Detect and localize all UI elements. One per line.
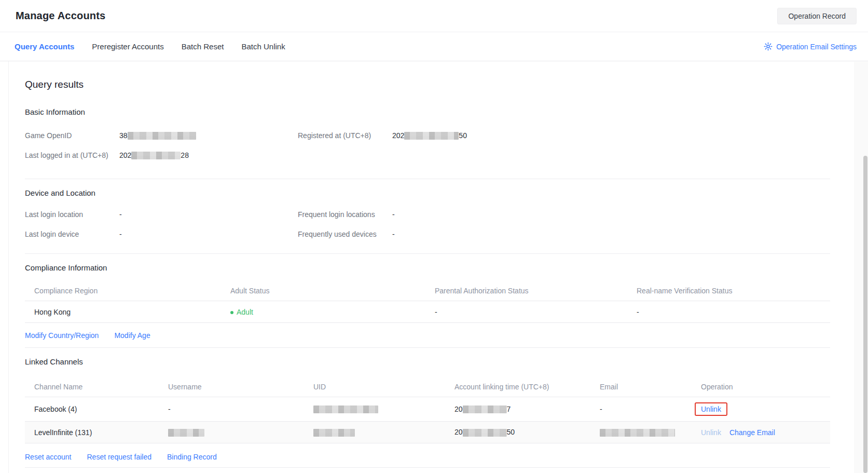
last-logged-in-value: 20228 <box>119 150 189 161</box>
compliance-table-row: Hong Kong Adult - - <box>25 301 830 323</box>
redacted-username <box>168 429 204 437</box>
last-logged-in-prefix: 202 <box>119 150 131 161</box>
device-location-fields: Last login location - Frequent login loc… <box>25 209 830 240</box>
col-real-name-verification-status: Real-name Verification Status <box>637 287 830 295</box>
redacted-email <box>600 429 675 437</box>
frequently-used-devices-label: Frequently used devices <box>298 228 392 240</box>
registered-at-label: Registered at (UTC+8) <box>298 130 392 141</box>
unlink-link-disabled: Unlink <box>701 428 721 437</box>
real-name-verification-value: - <box>637 308 830 316</box>
operation-email-settings-label: Operation Email Settings <box>776 43 857 51</box>
redacted-uid <box>313 406 378 413</box>
redacted-game-openid <box>128 132 196 140</box>
email-value: - <box>600 405 701 413</box>
field-frequently-used-devices: Frequently used devices - <box>298 228 830 240</box>
channel-name: Facebook (4) <box>25 405 168 413</box>
field-last-login-location: Last login location - <box>25 209 298 220</box>
tab-batch-unlink[interactable]: Batch Unlink <box>241 42 285 51</box>
compliance-information-heading: Compliance Information <box>25 263 830 272</box>
tab-bar: Query Accounts Preregister Accounts Batc… <box>0 32 868 61</box>
reset-account-link[interactable]: Reset account <box>25 453 72 461</box>
game-openid-value: 38 <box>119 130 196 141</box>
table-row-levelinfinite: LevelInfinite (131) 2050 Unlink Change E… <box>25 422 830 443</box>
field-last-login-device: Last login device - <box>25 228 298 240</box>
operation-cell: Unlink <box>701 402 830 416</box>
device-location-heading: Device and Location <box>25 188 830 197</box>
registered-at-suffix: 50 <box>459 130 467 141</box>
frequent-login-locations-label: Frequent login locations <box>298 209 392 220</box>
last-login-location-label: Last login location <box>25 209 119 220</box>
registered-at-prefix: 202 <box>392 130 404 141</box>
tab-query-accounts[interactable]: Query Accounts <box>15 42 74 51</box>
linking-time-prefix: 20 <box>454 428 463 436</box>
frequent-login-locations-value: - <box>392 209 395 220</box>
redacted-uid <box>313 429 355 437</box>
left-divider <box>8 0 9 473</box>
redacted-linking-time <box>463 429 507 437</box>
redacted-linking-time <box>463 406 507 413</box>
basic-information-fields: Game OpenID 38 Registered at (UTC+8) 202… <box>25 130 830 161</box>
field-registered-at: Registered at (UTC+8) 20250 <box>298 130 830 141</box>
gear-icon <box>764 42 773 51</box>
query-results-heading: Query results <box>25 79 830 90</box>
section-divider <box>25 467 830 468</box>
last-login-device-label: Last login device <box>25 228 119 240</box>
col-channel-name: Channel Name <box>25 383 168 391</box>
last-logged-in-label: Last logged in at (UTC+8) <box>25 150 119 161</box>
uid-value <box>313 405 454 414</box>
change-email-link[interactable]: Change Email <box>729 428 775 437</box>
top-bar: Manage Accounts Operation Record <box>0 0 868 32</box>
binding-record-link[interactable]: Binding Record <box>167 453 217 461</box>
operation-record-button[interactable]: Operation Record <box>777 8 857 24</box>
redacted-registered-at <box>404 132 459 140</box>
linked-channels-heading: Linked Channels <box>25 357 830 366</box>
field-last-logged-in: Last logged in at (UTC+8) 20228 <box>25 150 298 161</box>
col-account-linking-time: Account linking time (UTC+8) <box>454 383 600 391</box>
compliance-table: Compliance Region Adult Status Parental … <box>25 281 830 323</box>
last-login-device-value: - <box>119 228 122 240</box>
linked-channels-table: Channel Name Username UID Account linkin… <box>25 377 830 443</box>
adult-status-text: Adult <box>237 308 253 316</box>
col-compliance-region: Compliance Region <box>25 287 230 295</box>
col-parental-authorization-status: Parental Authorization Status <box>435 287 637 295</box>
game-openid-prefix: 38 <box>119 130 128 141</box>
status-dot-icon <box>230 311 233 314</box>
compliance-region-value: Hong Kong <box>25 308 230 316</box>
channel-name: LevelInfinite (131) <box>25 428 168 437</box>
tab-preregister-accounts[interactable]: Preregister Accounts <box>92 42 163 51</box>
col-operation: Operation <box>701 383 830 391</box>
game-openid-label: Game OpenID <box>25 130 119 141</box>
email-value <box>600 428 701 437</box>
reset-request-failed-link[interactable]: Reset request failed <box>87 453 152 461</box>
redacted-last-logged-in <box>131 152 181 159</box>
table-row-facebook: Facebook (4) - 207 - Unlink <box>25 397 830 422</box>
modify-country-region-link[interactable]: Modify Country/Region <box>25 331 99 340</box>
linking-time-suffix: 7 <box>507 405 511 413</box>
section-divider <box>25 253 830 254</box>
linked-channels-header: Channel Name Username UID Account linkin… <box>25 377 830 397</box>
frequently-used-devices-value: - <box>392 228 395 240</box>
last-logged-in-suffix: 28 <box>181 150 189 161</box>
tab-batch-reset[interactable]: Batch Reset <box>182 42 224 51</box>
linking-time-prefix: 20 <box>454 405 463 413</box>
compliance-table-header: Compliance Region Adult Status Parental … <box>25 281 830 301</box>
compliance-actions: Modify Country/Region Modify Age <box>25 331 830 347</box>
last-login-location-value: - <box>119 209 122 220</box>
page-title: Manage Accounts <box>16 10 105 22</box>
col-email: Email <box>600 383 701 391</box>
manage-accounts-window: Manage Accounts Operation Record Query A… <box>0 0 868 473</box>
query-results-card: Query results Basic Information Game Ope… <box>13 61 842 473</box>
col-uid: UID <box>313 383 454 391</box>
field-game-openid: Game OpenID 38 <box>25 130 298 141</box>
linking-time-value: 207 <box>454 405 600 414</box>
linking-time-value: 2050 <box>454 428 600 437</box>
section-divider <box>25 347 830 348</box>
username-value <box>168 428 313 437</box>
col-username: Username <box>168 383 313 391</box>
basic-information-heading: Basic Information <box>25 107 830 116</box>
modify-age-link[interactable]: Modify Age <box>114 331 150 340</box>
vertical-scrollbar[interactable] <box>863 156 867 473</box>
operation-email-settings-link[interactable]: Operation Email Settings <box>764 42 857 51</box>
parental-authorization-value: - <box>435 308 637 316</box>
unlink-link[interactable]: Unlink <box>701 405 721 413</box>
